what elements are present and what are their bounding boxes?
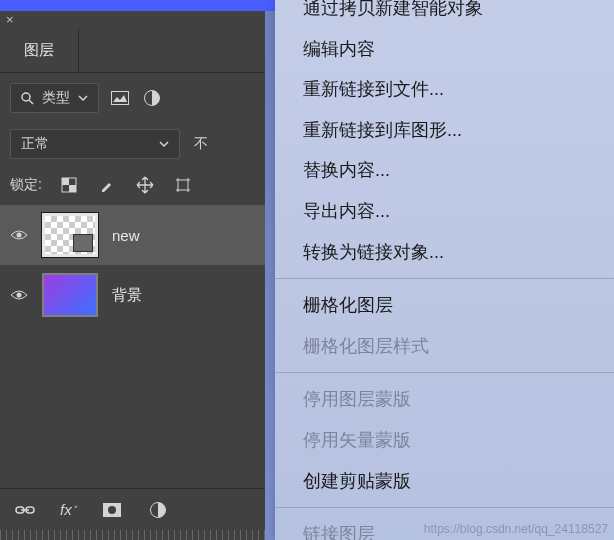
panel-tabs: 图层 <box>0 29 265 73</box>
layer-filter-type[interactable]: 类型 <box>10 83 99 113</box>
layer-thumbnail[interactable] <box>42 213 98 257</box>
opacity-label: 不 <box>194 135 208 153</box>
context-menu-item[interactable]: 重新链接到文件... <box>275 69 614 110</box>
chevron-down-icon <box>159 141 169 147</box>
ruler <box>0 530 265 540</box>
layer-name[interactable]: 背景 <box>112 286 142 305</box>
svg-rect-5 <box>62 178 69 185</box>
layer-thumbnail[interactable] <box>42 273 98 317</box>
tab-layers[interactable]: 图层 <box>0 29 79 72</box>
context-menu: 通过拷贝新建智能对象编辑内容重新链接到文件...重新链接到库图形...替换内容.… <box>275 0 614 540</box>
layer-row[interactable]: 背景 <box>0 265 265 325</box>
context-menu-item: 栅格化图层样式 <box>275 326 614 367</box>
panel-close-row: × <box>0 11 265 29</box>
lock-row: 锁定: <box>0 165 265 205</box>
context-menu-separator <box>275 278 614 279</box>
svg-rect-6 <box>69 185 76 192</box>
close-icon[interactable]: × <box>6 12 14 27</box>
visibility-icon[interactable] <box>10 229 28 241</box>
svg-point-0 <box>22 93 30 101</box>
layers-panel: × 图层 类型 正常 不 锁定: <box>0 11 265 540</box>
context-menu-item[interactable]: 导出内容... <box>275 191 614 232</box>
lock-label: 锁定: <box>10 176 42 194</box>
svg-point-8 <box>17 233 22 238</box>
smartobject-icon <box>73 234 93 252</box>
visibility-icon[interactable] <box>10 289 28 301</box>
layer-name[interactable]: new <box>112 227 140 244</box>
lock-transparency-icon[interactable] <box>58 174 80 196</box>
blend-row: 正常 不 <box>0 123 265 165</box>
context-menu-item[interactable]: 编辑内容 <box>275 29 614 70</box>
filter-pixel-icon[interactable] <box>109 87 131 109</box>
lock-artboard-icon[interactable] <box>172 174 194 196</box>
layer-filter-row: 类型 <box>0 73 265 123</box>
lock-position-icon[interactable] <box>134 174 156 196</box>
context-menu-item[interactable]: 通过拷贝新建智能对象 <box>275 0 614 29</box>
chevron-down-icon <box>78 95 88 101</box>
filter-type-label: 类型 <box>42 89 70 107</box>
search-icon <box>21 92 34 105</box>
context-menu-separator <box>275 372 614 373</box>
svg-rect-2 <box>112 92 129 105</box>
adjustment-icon[interactable] <box>147 499 169 521</box>
panel-footer: fx˅ <box>0 488 265 530</box>
svg-line-1 <box>29 100 33 104</box>
link-icon[interactable] <box>14 499 36 521</box>
context-menu-separator <box>275 507 614 508</box>
context-menu-item[interactable]: 替换内容... <box>275 150 614 191</box>
lock-paint-icon[interactable] <box>96 174 118 196</box>
blend-mode-select[interactable]: 正常 <box>10 129 180 159</box>
blend-mode-value: 正常 <box>21 135 49 153</box>
mask-icon[interactable] <box>101 499 123 521</box>
svg-rect-7 <box>178 180 188 190</box>
context-menu-item[interactable]: 创建剪贴蒙版 <box>275 461 614 502</box>
layer-row[interactable]: new <box>0 205 265 265</box>
watermark: https://blog.csdn.net/qq_24118527 <box>424 522 608 536</box>
svg-point-14 <box>108 506 116 514</box>
context-menu-item: 停用矢量蒙版 <box>275 420 614 461</box>
context-menu-item[interactable]: 栅格化图层 <box>275 285 614 326</box>
filter-adjust-icon[interactable] <box>141 87 163 109</box>
svg-point-9 <box>17 293 22 298</box>
fx-icon[interactable]: fx˅ <box>60 499 77 521</box>
context-menu-item[interactable]: 重新链接到库图形... <box>275 110 614 151</box>
context-menu-item: 停用图层蒙版 <box>275 379 614 420</box>
layer-list: new 背景 <box>0 205 265 488</box>
context-menu-item[interactable]: 转换为链接对象... <box>275 232 614 273</box>
